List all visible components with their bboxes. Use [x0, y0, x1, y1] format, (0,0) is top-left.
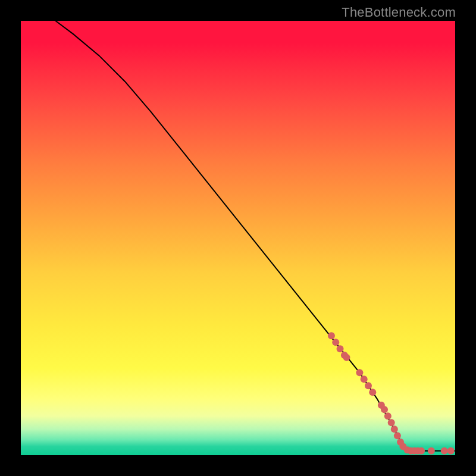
- data-points: [328, 332, 455, 454]
- data-point: [391, 425, 398, 433]
- data-point: [447, 447, 455, 455]
- data-point: [343, 354, 350, 361]
- data-point: [337, 345, 344, 352]
- data-point: [441, 447, 448, 455]
- data-point: [394, 432, 401, 439]
- data-point: [388, 419, 395, 426]
- data-point: [328, 332, 335, 339]
- data-point: [428, 447, 435, 455]
- chart-overlay: [21, 21, 455, 455]
- watermark-text: TheBottleneck.com: [342, 5, 456, 20]
- data-point: [384, 412, 392, 419]
- chart-frame: TheBottleneck.com: [0, 0, 476, 476]
- data-point: [356, 369, 363, 376]
- data-point: [361, 375, 368, 383]
- main-curve: [55, 21, 455, 451]
- data-point: [381, 406, 388, 413]
- data-point: [418, 447, 425, 455]
- data-point: [332, 339, 339, 346]
- data-point: [365, 382, 372, 389]
- data-point: [369, 389, 376, 396]
- curve-path: [55, 21, 455, 451]
